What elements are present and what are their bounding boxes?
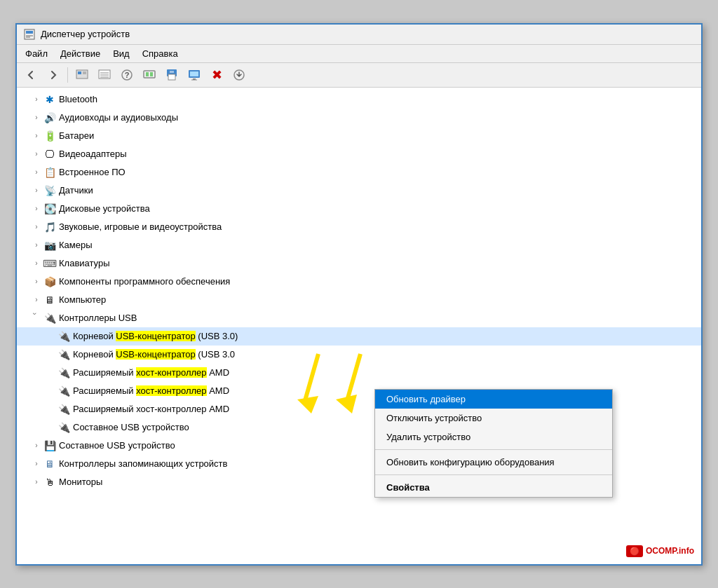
toggle-audio[interactable]: › [31,112,42,123]
tree-item-usb[interactable]: › 🔌 Контроллеры USB [17,309,701,327]
toolbar: ? ✖ [17,63,701,88]
ctx-uninstall-device[interactable]: Удалить устройство [375,428,612,446]
disks-label: Дисковые устройства [59,201,150,217]
toggle-usb[interactable]: › [31,313,42,324]
toggle-storage[interactable]: › [31,440,42,451]
scan-button[interactable] [140,66,159,84]
watermark: 🔴 OCOMP.info [626,545,694,557]
disk-icon: 💽 [43,203,56,215]
svg-rect-1 [26,31,33,34]
audio-label: Аудиовходы и аудиовыходы [59,110,178,125]
tree-item-cameras[interactable]: › 📷 Камеры [17,236,701,254]
tree-item-batteries[interactable]: › 🔋 Батареи [17,127,701,145]
device-manager-window: Диспетчер устройств Файл Действие Вид Сп… [15,23,703,566]
sound-icon: 🎵 [43,221,56,233]
usb-label: Контроллеры USB [59,310,137,326]
print-button[interactable] [162,66,182,84]
tree-item-usb2[interactable]: › 🔌 Корневой USB-концентратор (USB 3.0 [17,346,701,364]
svg-rect-15 [146,72,149,76]
toggle-bluetooth[interactable]: › [31,94,42,105]
tree-item-sound[interactable]: › 🎵 Звуковые, игровые и видеоустройства [17,218,701,236]
ctx-disable-device[interactable]: Отключить устройство [375,409,612,428]
menu-bar: Файл Действие Вид Справка [17,45,701,63]
help-button[interactable]: ? [117,66,137,84]
toggle-mice[interactable]: › [31,477,42,488]
toggle-video[interactable]: › [31,149,42,160]
ctx-update-driver[interactable]: Обновить драйвер [375,390,612,409]
svg-rect-18 [168,74,175,80]
computer-label: Компьютер [59,292,106,308]
sensors-label: Датчики [59,183,93,198]
tree-item-usb3[interactable]: › 🔌 Расширяемый хост-контроллер AMD [17,364,701,382]
tree-item-bluetooth[interactable]: › ✱ Bluetooth [17,90,701,109]
toggle-cameras[interactable]: › [31,240,42,251]
tree-item-disks[interactable]: › 💽 Дисковые устройства [17,200,701,218]
keyboard-icon: ⌨ [43,257,56,270]
tree-item-sensors[interactable]: › 📡 Датчики [17,182,701,200]
window-title: Диспетчер устройств [41,29,130,39]
toggle-firmware[interactable]: › [31,167,42,178]
svg-rect-16 [150,72,153,76]
firmware-label: Встроенное ПО [59,165,126,180]
toggle-batteries[interactable]: › [31,130,42,142]
mice-label: Мониторы [59,474,102,490]
mouse-icon: 🖱 [43,476,56,488]
menu-help[interactable]: Справка [137,46,184,61]
toggle-keyboards[interactable]: › [31,258,42,269]
svg-rect-5 [78,71,81,74]
menu-action[interactable]: Действие [55,46,106,61]
usb3-label: Расширяемый хост-контроллер AMD [73,365,229,381]
monitor-button[interactable] [184,66,204,84]
usb2-label: Корневой USB-концентратор (USB 3.0 [73,347,235,362]
toggle-software[interactable]: › [31,276,42,287]
properties-button[interactable] [72,66,92,84]
storage-label: Составное USB устройство [59,438,175,453]
toggle-disks[interactable]: › [31,203,42,214]
ctx-scan-hardware[interactable]: Обновить конфигурацию оборудования [375,453,612,472]
batteries-label: Батареи [59,128,94,144]
usb4-label: Расширяемый хост-контроллер AMD [73,383,229,399]
tree-item-keyboards[interactable]: › ⌨ Клавиатуры [17,254,701,273]
context-menu: Обновить драйвер Отключить устройство Уд… [374,389,613,498]
monitors-label: Контроллеры запоминающих устройств [59,456,227,472]
sound-label: Звуковые, игровые и видеоустройства [59,219,222,235]
keyboards-label: Клавиатуры [59,256,110,271]
tree-item-usb1[interactable]: › 🔌 Корневой USB-концентратор (USB 3.0) [17,327,701,346]
svg-text:?: ? [125,71,130,79]
usb4-icon: 🔌 [57,385,70,397]
software-icon: 📦 [43,275,56,288]
cameras-label: Камеры [59,238,93,253]
toggle-monitors[interactable]: › [31,458,42,470]
tree-item-video[interactable]: › 🖵 Видеоадаптеры [17,145,701,163]
tree-item-computer[interactable]: › 🖥 Компьютер [17,291,701,309]
video-label: Видеоадаптеры [59,146,127,162]
toggle-computer[interactable]: › [31,294,42,306]
toggle-sound[interactable]: › [31,221,42,233]
back-button[interactable] [21,66,41,84]
ctx-sep-1 [375,449,612,450]
ctx-properties[interactable]: Свойства [375,478,612,497]
video-icon: 🖵 [43,148,56,160]
monitor-icon: 🖥 [43,458,56,470]
device-list-button[interactable] [95,66,114,84]
watermark-text: OCOMP.info [646,546,694,556]
forward-button[interactable] [43,66,63,84]
usb5-icon: 🔌 [57,403,70,416]
title-bar: Диспетчер устройств [17,25,701,45]
menu-view[interactable]: Вид [107,46,135,61]
svg-rect-14 [144,71,155,78]
tree-item-software[interactable]: › 📦 Компоненты программного обеспечения [17,273,701,291]
menu-file[interactable]: Файл [20,46,53,61]
software-label: Компоненты программного обеспечения [59,274,230,289]
usb-icon: 🔌 [43,312,56,324]
device-tree-area: › ✱ Bluetooth › 🔊 Аудиовходы и аудиовыхо… [17,88,701,564]
ctx-sep-2 [375,474,612,475]
remove-button[interactable]: ✖ [207,66,226,84]
toggle-sensors[interactable]: › [31,185,42,196]
usb6-icon: 🔌 [57,421,70,434]
download-button[interactable] [229,66,249,84]
tree-item-audio[interactable]: › 🔊 Аудиовходы и аудиовыходы [17,109,701,127]
storage-icon: 💾 [43,439,56,452]
tree-item-firmware[interactable]: › 📋 Встроенное ПО [17,163,701,182]
watermark-badge: 🔴 [626,545,643,557]
